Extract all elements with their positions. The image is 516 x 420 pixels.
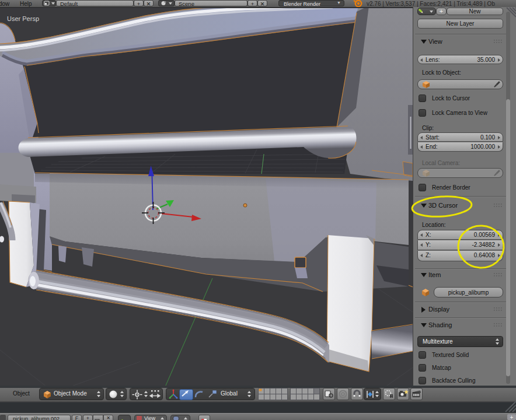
svg-text:User Persp: User Persp (7, 15, 39, 22)
